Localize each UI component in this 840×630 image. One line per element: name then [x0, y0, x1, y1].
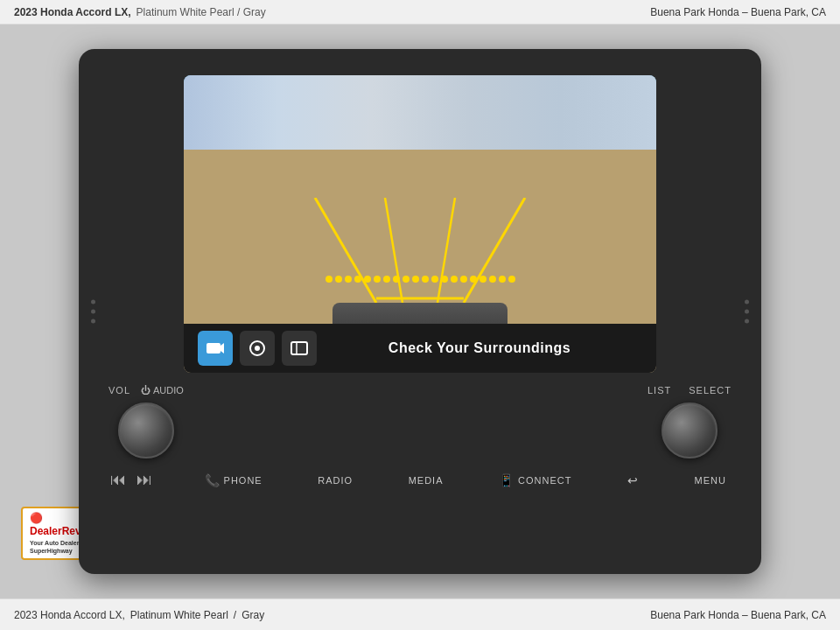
top-bar-left: 2023 Honda Accord LX, Platinum White Pea… — [14, 6, 266, 18]
left-knob[interactable] — [118, 402, 174, 458]
select-label: SELECT — [689, 385, 732, 396]
camera-btn-3[interactable] — [282, 331, 317, 366]
surroundings-text: Check Your Surroundings — [317, 340, 642, 356]
footer-color-label: Platinum White Pearl — [130, 609, 228, 621]
vol-label: VOL — [108, 385, 130, 396]
list-select-labels: LIST SELECT — [648, 385, 732, 396]
camera-btn-1[interactable] — [198, 331, 233, 366]
menu-button[interactable]: MENU — [688, 472, 733, 489]
controls-row: VOL ⏻ AUDIO LIST SELECT — [100, 385, 740, 458]
svg-line-0 — [315, 198, 376, 303]
phone-icon: 📞 — [205, 473, 220, 487]
bottom-bar: 2023 Honda Accord LX, Platinum White Pea… — [0, 598, 840, 630]
phone-button[interactable]: 📞 PHONE — [198, 470, 270, 491]
radio-label: RADIO — [318, 475, 353, 486]
bottom-buttons-row: ⏮ ⏭ 📞 PHONE RADIO MEDIA 📱 CONNECT — [100, 467, 740, 493]
svg-point-8 — [255, 346, 260, 351]
top-bar: 2023 Honda Accord LX, Platinum White Pea… — [0, 0, 840, 24]
dotted-warning-line — [236, 277, 604, 281]
connect-button[interactable]: 📱 CONNECT — [492, 470, 578, 491]
svg-marker-6 — [220, 343, 224, 354]
main-content: 🔴 DealerRevs.com Your Auto Dealer SuperH… — [0, 24, 840, 598]
back-button[interactable]: ↩ — [620, 470, 646, 491]
infotainment-unit: Check Your Surroundings VOL ⏻ AUDIO LIS — [79, 49, 761, 574]
back-icon: ↩ — [627, 473, 639, 487]
skip-back-button[interactable]: ⏮ — [107, 467, 130, 493]
svg-rect-5 — [206, 343, 220, 354]
skip-buttons-group: ⏮ ⏭ — [107, 467, 156, 493]
header-title: 2023 Honda Accord LX, — [14, 6, 131, 18]
left-knob-area: VOL ⏻ AUDIO — [108, 385, 184, 458]
right-knob[interactable] — [662, 402, 718, 458]
footer-color-sep: / — [234, 609, 236, 621]
connect-icon: 📱 — [499, 473, 514, 487]
header-dealer: Buena Park Honda – Buena Park, CA — [650, 6, 826, 18]
skip-forward-button[interactable]: ⏭ — [133, 467, 156, 493]
list-label: LIST — [648, 385, 671, 396]
vol-audio-labels: VOL ⏻ AUDIO — [108, 385, 184, 396]
phone-label: PHONE — [224, 475, 262, 486]
svg-line-3 — [438, 198, 455, 303]
footer-title: 2023 Honda Accord LX, — [14, 609, 125, 621]
menu-label: MENU — [695, 475, 726, 486]
footer-dealer: Buena Park Honda – Buena Park, CA — [650, 609, 826, 621]
audio-label: ⏻ AUDIO — [141, 385, 184, 396]
connect-label: CONNECT — [518, 475, 571, 486]
right-knob-area: LIST SELECT — [648, 385, 732, 458]
infotainment-screen: Check Your Surroundings — [184, 75, 656, 373]
radio-button[interactable]: RADIO — [311, 472, 360, 489]
power-icon: ⏻ — [141, 385, 150, 396]
svg-rect-9 — [291, 342, 307, 354]
camera-icon-group — [198, 331, 317, 366]
svg-line-2 — [385, 198, 402, 303]
bottom-left: 2023 Honda Accord LX, Platinum White Pea… — [14, 609, 264, 621]
right-dots — [745, 300, 749, 324]
left-dots — [91, 300, 95, 324]
camera-btn-2[interactable] — [240, 331, 275, 366]
media-button[interactable]: MEDIA — [402, 472, 451, 489]
media-label: MEDIA — [409, 475, 444, 486]
header-color: Platinum White Pearl / Gray — [136, 6, 266, 18]
parking-guide-lines — [306, 198, 534, 303]
footer-color-ext: Gray — [242, 609, 264, 621]
svg-line-1 — [464, 198, 525, 303]
screen-bottom-bar: Check Your Surroundings — [184, 324, 656, 373]
